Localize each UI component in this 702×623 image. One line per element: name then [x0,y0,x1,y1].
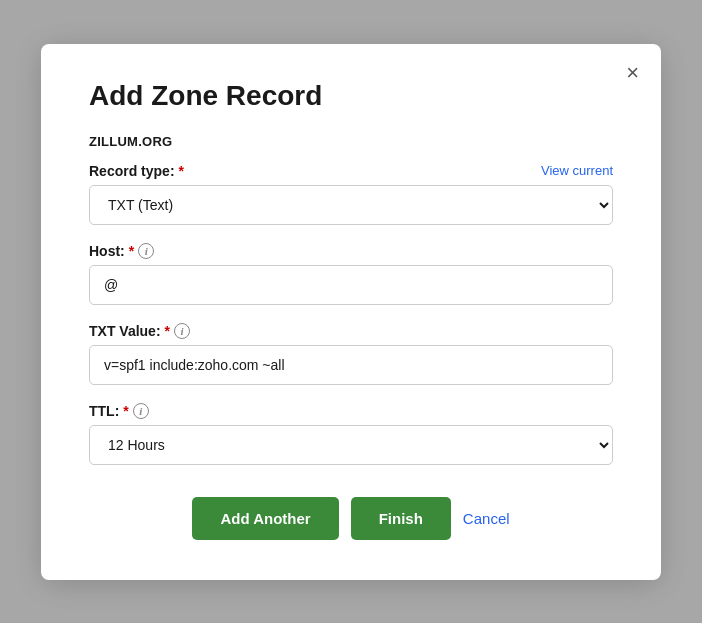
record-type-select[interactable]: TXT (Text) A CNAME MX NS SRV AAAA [89,185,613,225]
ttl-field: TTL: * i 12 Hours 1 Hour 6 Hours 1 Day C… [89,403,613,465]
view-current-link[interactable]: View current [541,163,613,178]
record-type-label-text: Record type: [89,163,175,179]
ttl-label: TTL: * i [89,403,149,419]
record-type-label: Record type: * [89,163,184,179]
add-another-button[interactable]: Add Another [192,497,338,540]
finish-button[interactable]: Finish [351,497,451,540]
ttl-required: * [123,403,128,419]
modal-overlay: × Add Zone Record ZILLUM.ORG Record type… [0,0,702,623]
txt-value-required: * [165,323,170,339]
txt-value-label: TXT Value: * i [89,323,190,339]
ttl-label-text: TTL: [89,403,119,419]
host-label: Host: * i [89,243,154,259]
host-field: Host: * i [89,243,613,305]
cancel-button[interactable]: Cancel [463,510,510,527]
modal-dialog: × Add Zone Record ZILLUM.ORG Record type… [41,44,661,580]
host-required: * [129,243,134,259]
txt-value-label-text: TXT Value: [89,323,161,339]
txt-value-input[interactable] [89,345,613,385]
host-input[interactable] [89,265,613,305]
host-header: Host: * i [89,243,613,259]
txt-value-info-icon[interactable]: i [174,323,190,339]
modal-title: Add Zone Record [89,80,613,112]
host-info-icon[interactable]: i [138,243,154,259]
ttl-header: TTL: * i [89,403,613,419]
host-label-text: Host: [89,243,125,259]
ttl-info-icon[interactable]: i [133,403,149,419]
ttl-select[interactable]: 12 Hours 1 Hour 6 Hours 1 Day Custom [89,425,613,465]
close-button[interactable]: × [626,62,639,84]
record-type-required: * [179,163,184,179]
domain-label: ZILLUM.ORG [89,134,613,149]
record-type-header: Record type: * View current [89,163,613,179]
txt-value-header: TXT Value: * i [89,323,613,339]
record-type-field: Record type: * View current TXT (Text) A… [89,163,613,225]
txt-value-field: TXT Value: * i [89,323,613,385]
button-row: Add Another Finish Cancel [89,497,613,540]
